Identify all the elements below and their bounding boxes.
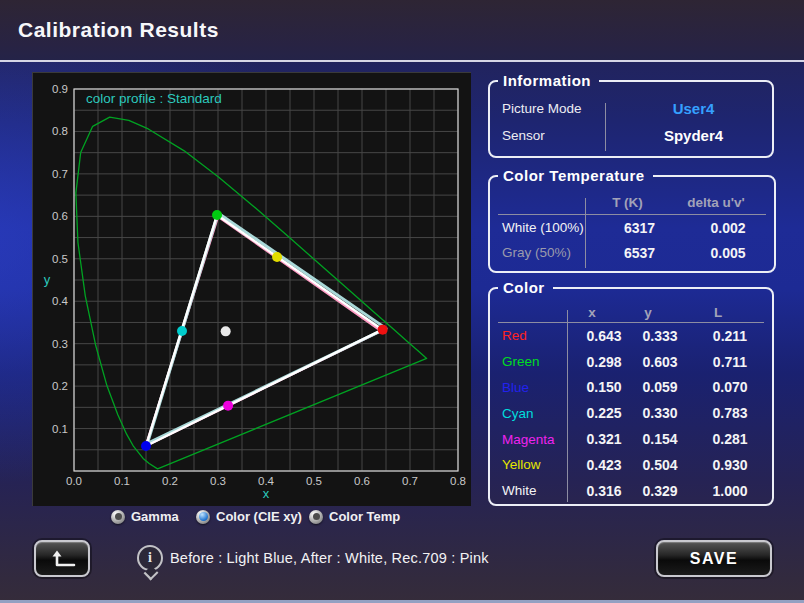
radio-color-cie-xy[interactable]: Color (CIE xy): [196, 509, 302, 524]
cell-x: 0.643: [579, 328, 629, 344]
svg-text:0.6: 0.6: [52, 210, 68, 222]
color-panel-title: Color: [498, 279, 553, 296]
divider: [585, 198, 586, 268]
svg-text:0.8: 0.8: [450, 475, 466, 487]
gray-50-label: Gray (50%): [490, 245, 597, 260]
svg-text:0.5: 0.5: [52, 253, 68, 265]
divider: [567, 310, 568, 502]
cell-x: 0.321: [579, 431, 629, 447]
svg-text:0.3: 0.3: [52, 338, 68, 350]
save-button-label: SAVE: [690, 550, 738, 568]
divider: [605, 103, 606, 151]
color-temperature-title: Color Temperature: [498, 167, 653, 184]
radio-color-temp[interactable]: Color Temp: [309, 509, 400, 524]
color-temperature-panel: Color Temperature T (K) delta u'v' White…: [488, 167, 776, 273]
svg-text:y: y: [44, 272, 51, 287]
table-row-red: Red 0.643 0.333 0.211: [490, 323, 772, 349]
cell-x: 0.298: [579, 354, 629, 370]
row-label: Green: [490, 354, 579, 369]
svg-text:0.4: 0.4: [52, 295, 69, 307]
row-label: Blue: [490, 380, 579, 395]
radio-icon[interactable]: [111, 510, 125, 524]
cell-l: 0.281: [691, 431, 769, 447]
picture-mode-value: User4: [615, 100, 772, 117]
radio-color-cie-xy-label: Color (CIE xy): [216, 509, 302, 524]
header-tk: T (K): [585, 195, 670, 210]
cell-l: 0.211: [691, 328, 769, 344]
radio-icon[interactable]: [196, 510, 210, 524]
cell-y: 0.154: [629, 431, 691, 447]
sensor-row: Sensor Spyder4: [490, 122, 772, 149]
view-mode-radios: Gamma Color (CIE xy) Color Temp: [0, 509, 470, 531]
svg-text:color profile : Standard: color profile : Standard: [86, 91, 222, 106]
svg-text:0.7: 0.7: [402, 475, 418, 487]
cell-y: 0.330: [629, 405, 691, 421]
svg-text:0.0: 0.0: [66, 475, 82, 487]
table-row-yellow: Yellow 0.423 0.504 0.930: [490, 452, 772, 478]
cell-x: 0.316: [579, 483, 629, 499]
picture-mode-row: Picture Mode User4: [490, 95, 772, 122]
table-row-magenta: Magenta 0.321 0.154 0.281: [490, 426, 772, 452]
cie-xy-chart: 0.00.10.20.30.40.50.60.70.80.10.20.30.40…: [33, 73, 471, 506]
color-panel: Color x y L Red 0.643 0.333 0.211 Green …: [488, 279, 774, 506]
cell-l: 0.783: [691, 405, 769, 421]
cell-y: 0.329: [629, 483, 691, 499]
save-button[interactable]: SAVE: [656, 540, 772, 577]
cell-x: 0.150: [579, 379, 629, 395]
page-title: Calibration Results: [0, 0, 804, 60]
svg-text:0.3: 0.3: [210, 475, 226, 487]
color-header-row: x y L: [498, 302, 764, 323]
cell-l: 1.000: [691, 483, 769, 499]
title-bar: Calibration Results: [0, 0, 804, 62]
row-label: Red: [490, 328, 579, 343]
white-100-label: White (100%): [490, 220, 597, 235]
gray-50-tk: 6537: [597, 245, 682, 261]
information-panel-title: Information: [498, 72, 599, 89]
table-row-white: White 0.316 0.329 1.000: [490, 478, 772, 504]
table-row-blue: Blue 0.150 0.059 0.070: [490, 375, 772, 401]
radio-gamma-label: Gamma: [131, 509, 179, 524]
row-label: Cyan: [490, 406, 579, 421]
svg-text:0.2: 0.2: [162, 475, 178, 487]
table-row-green: Green 0.298 0.603 0.711: [490, 349, 772, 375]
cie-chart-panel: 0.00.10.20.30.40.50.60.70.80.10.20.30.40…: [32, 72, 471, 506]
row-label: Yellow: [490, 457, 579, 472]
header-l: L: [679, 305, 757, 320]
info-glyph: i: [148, 550, 152, 565]
header-delta-uv: delta u'v': [670, 195, 762, 210]
cell-y: 0.504: [629, 457, 691, 473]
gray-50-row: Gray (50%) 6537 0.005: [490, 240, 774, 265]
cell-x: 0.423: [579, 457, 629, 473]
svg-text:0.2: 0.2: [52, 380, 68, 392]
cell-y: 0.333: [629, 328, 691, 344]
svg-text:0.8: 0.8: [52, 125, 68, 137]
information-panel: Information Picture Mode User4 Sensor Sp…: [488, 72, 774, 158]
sensor-value: Spyder4: [615, 127, 772, 144]
cell-y: 0.059: [629, 379, 691, 395]
cell-l: 0.070: [691, 379, 769, 395]
white-100-row: White (100%) 6317 0.002: [490, 215, 774, 240]
row-label: Magenta: [490, 432, 579, 447]
svg-text:0.1: 0.1: [114, 475, 130, 487]
white-100-tk: 6317: [597, 220, 682, 236]
svg-text:0.9: 0.9: [52, 83, 68, 95]
cell-l: 0.711: [691, 354, 769, 370]
color-temp-header-row: T (K) delta u'v': [498, 190, 766, 215]
sensor-label: Sensor: [490, 128, 615, 143]
white-100-delta: 0.002: [682, 220, 774, 236]
info-icon: i: [137, 545, 163, 571]
picture-mode-label: Picture Mode: [490, 101, 615, 116]
radio-gamma[interactable]: Gamma: [111, 509, 179, 524]
cell-y: 0.603: [629, 354, 691, 370]
header-y: y: [617, 305, 679, 320]
svg-text:0.1: 0.1: [52, 423, 68, 435]
svg-text:0.7: 0.7: [52, 168, 68, 180]
cell-l: 0.930: [691, 457, 769, 473]
gray-50-delta: 0.005: [682, 245, 774, 261]
legend-note: Before : Light Blue, After : White, Rec.…: [170, 550, 489, 566]
back-button[interactable]: [34, 540, 90, 577]
radio-icon[interactable]: [309, 510, 323, 524]
cell-x: 0.225: [579, 405, 629, 421]
svg-text:x: x: [263, 486, 270, 501]
radio-color-temp-label: Color Temp: [329, 509, 400, 524]
